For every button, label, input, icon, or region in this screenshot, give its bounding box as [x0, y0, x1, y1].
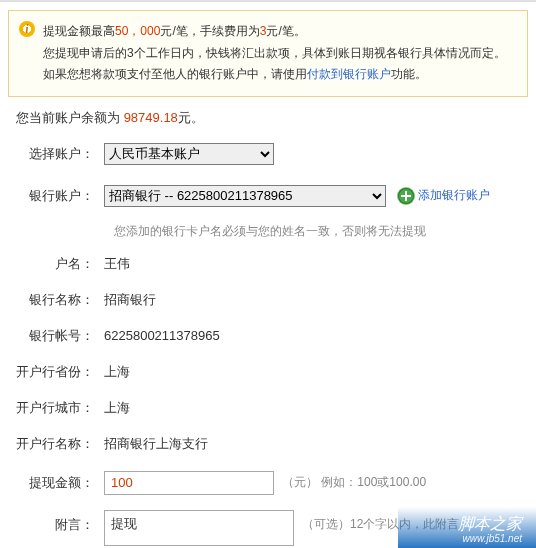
notice-text: 元/笔，手续费用为: [160, 24, 259, 38]
row-holder: 户名： 王伟: [16, 252, 520, 276]
notice-text: 功能。: [391, 67, 427, 81]
row-bank-number: 银行帐号： 6225800211378965: [16, 324, 520, 348]
value-province: 上海: [104, 363, 130, 381]
value-bank-name: 招商银行: [104, 291, 156, 309]
row-city: 开户行城市： 上海: [16, 396, 520, 420]
notice-text: 如果您想将款项支付至他人的银行账户中，请使用: [43, 67, 307, 81]
balance-suffix: 元。: [178, 110, 204, 125]
hint-amount: （元） 例如：100或100.00: [282, 474, 426, 491]
withdraw-form: 选择账户： 人民币基本账户 银行账户： 招商银行 -- 622580021137…: [0, 139, 536, 546]
value-branch: 招商银行上海支行: [104, 435, 208, 453]
add-bank-label: 添加银行账户: [418, 187, 490, 204]
select-bank-account[interactable]: 招商银行 -- 6225800211378965: [104, 185, 386, 207]
label-select-account: 选择账户：: [16, 145, 104, 163]
notice-text: 提现金额最高: [43, 24, 115, 38]
notice-text: 元/笔。: [266, 24, 305, 38]
notice-line-1: 提现金额最高50，000元/笔，手续费用为3元/笔。: [43, 21, 515, 43]
pay-to-bank-link[interactable]: 付款到银行账户: [307, 67, 391, 81]
watermark-title: 脚本之家: [458, 515, 522, 532]
row-bank-name: 银行名称： 招商银行: [16, 288, 520, 312]
label-bank-number: 银行帐号：: [16, 327, 104, 345]
amount-input[interactable]: [104, 471, 274, 495]
row-branch: 开户行名称： 招商银行上海支行: [16, 432, 520, 456]
watermark-url: www.jb51.net: [458, 533, 522, 544]
label-amount: 提现金额：: [16, 474, 104, 492]
hint-name-match: 您添加的银行卡户名必须与您的姓名一致，否则将无法提现: [114, 223, 520, 240]
plus-icon: [398, 188, 414, 204]
row-bank-account: 银行账户： 招商银行 -- 6225800211378965 添加银行账户: [16, 181, 520, 211]
message-textarea[interactable]: [104, 510, 294, 546]
notice-box: i 提现金额最高50，000元/笔，手续费用为3元/笔。 您提现申请后的3个工作…: [8, 10, 528, 97]
row-province: 开户行省份： 上海: [16, 360, 520, 384]
select-account[interactable]: 人民币基本账户: [104, 143, 274, 165]
balance-label: 您当前账户余额为: [16, 110, 124, 125]
value-bank-number: 6225800211378965: [104, 328, 220, 343]
add-bank-account-link[interactable]: 添加银行账户: [398, 187, 490, 204]
label-city: 开户行城市：: [16, 399, 104, 417]
notice-line-2: 您提现申请后的3个工作日内，快钱将汇出款项，具体到账日期视各银行具体情况而定。: [43, 43, 515, 65]
label-bank-name: 银行名称：: [16, 291, 104, 309]
notice-max-amount: 50，000: [115, 24, 160, 38]
row-select-account: 选择账户： 人民币基本账户: [16, 139, 520, 169]
balance-row: 您当前账户余额为 98749.18元。: [0, 109, 536, 139]
value-holder: 王伟: [104, 255, 130, 273]
watermark: 脚本之家 www.jb51.net: [398, 507, 536, 548]
row-amount: 提现金额： （元） 例如：100或100.00: [16, 468, 520, 498]
value-city: 上海: [104, 399, 130, 417]
label-message: 附言：: [16, 510, 104, 534]
label-province: 开户行省份：: [16, 363, 104, 381]
info-icon: i: [19, 21, 35, 37]
label-branch: 开户行名称：: [16, 435, 104, 453]
label-bank-account: 银行账户：: [16, 187, 104, 205]
notice-line-3: 如果您想将款项支付至他人的银行账户中，请使用付款到银行账户功能。: [43, 64, 515, 86]
label-holder: 户名：: [16, 255, 104, 273]
balance-amount: 98749.18: [124, 110, 178, 125]
